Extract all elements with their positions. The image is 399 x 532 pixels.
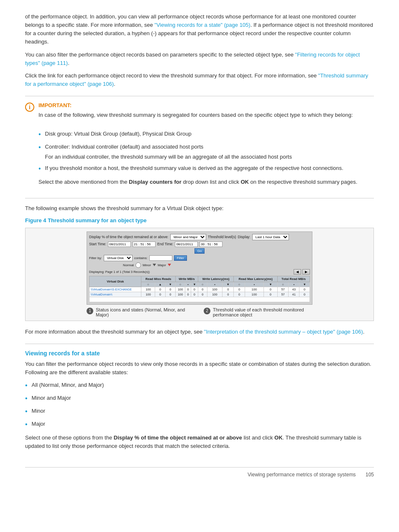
- link-viewing-records[interactable]: "Viewing records for a state" (page 105): [154, 22, 250, 28]
- mini-end-input[interactable]: [175, 242, 198, 247]
- state-para2: Select one of these options from the Dis…: [25, 434, 374, 450]
- mini-filter-select[interactable]: Virtual Disk: [104, 255, 133, 261]
- mini-table-header-row: Virtual Disk Read Miss Reads Write MB/s …: [90, 276, 310, 282]
- mini-sub-tri6: ▼: [299, 282, 310, 287]
- section-heading-state: Viewing records for a state: [25, 350, 374, 357]
- mini-checkbox-row: Normal Minor Major: [89, 262, 310, 268]
- mini-toolbar-row1: Display % of time the object remained at…: [89, 234, 310, 240]
- state-para1: You can filter the performance object re…: [25, 360, 374, 377]
- mini-sub-circle5: ○: [278, 282, 289, 287]
- important-intro: In case of the following, view threshold…: [38, 111, 374, 119]
- interp-para: For more information about the threshold…: [25, 328, 374, 336]
- mini-col-disk: Virtual Disk: [90, 276, 141, 287]
- mini-col-write-lat: Write Latency(ms): [198, 276, 234, 282]
- callout-item-2: 2 Threshold value of each threshold moni…: [204, 307, 312, 317]
- important-block: i IMPORTANT: In case of the following, v…: [25, 102, 374, 190]
- mini-end-time-input[interactable]: [200, 242, 223, 247]
- important-title: IMPORTANT:: [38, 102, 374, 108]
- mini-sub-circle3: ○: [198, 282, 207, 287]
- mini-sub-tri1: ▲: [155, 282, 165, 287]
- mini-col-read-max: Read Max Latency(ms): [234, 276, 278, 282]
- mini-table-row-1: \\VirtualDomain\\S-EXCHANGE 10000 10000 …: [90, 287, 310, 292]
- bullet-item-2: Controller: Individual controller (defau…: [38, 143, 374, 161]
- mini-filter-label: Filter by:: [89, 256, 102, 260]
- mini-label-display: Display % of time the object remained at…: [89, 235, 169, 239]
- mini-next-btn[interactable]: ▶: [302, 269, 310, 275]
- important-icon: i: [25, 103, 34, 112]
- mini-sub-circle1: ○: [141, 282, 155, 287]
- mini-table: Virtual Disk Read Miss Reads Write MB/s …: [89, 276, 310, 302]
- footer-page: 105: [366, 472, 374, 478]
- important-bullet-list: Disk group: Virtual Disk Group (default)…: [38, 130, 374, 174]
- mini-pagination-buttons: ◀ ▶: [294, 269, 310, 275]
- para2: You can also filter the performance obje…: [25, 51, 374, 67]
- mini-end-label: End Time:: [157, 242, 173, 246]
- mini-sub-circle2: ○: [175, 282, 185, 287]
- mini-start-label: Start Time:: [89, 242, 106, 246]
- mini-toolbar-row2: Start Time: End Time:: [89, 242, 310, 247]
- callout-text-2: Threshold value of each threshold monito…: [213, 307, 312, 317]
- mini-row2-name: \\VirtualDomain\\: [90, 292, 141, 297]
- mini-sub-dot5: •: [289, 282, 299, 287]
- bullet-item-1: Disk group: Virtual Disk Group (default)…: [38, 130, 374, 139]
- mini-sub-tri4: ▼: [223, 282, 234, 287]
- mini-sub-dot3: •: [207, 282, 223, 287]
- mini-sub-tri2: ▼: [165, 282, 175, 287]
- mini-normal-label: Normal: [123, 263, 134, 267]
- mini-contains-label: contains:: [134, 256, 148, 260]
- mini-displaying-text: Displaying: Page 1 of 1 (Total 3 Records…: [89, 270, 150, 274]
- bullet-item-3: If you threshold monitor a host, the thr…: [38, 164, 374, 174]
- mini-col-total-read: Total Read MB/s: [278, 276, 310, 282]
- mini-sub-circle4: ○: [234, 282, 245, 287]
- divider1: [25, 96, 374, 96]
- mini-minor-icon: [153, 264, 156, 266]
- mini-displaying-row: Displaying: Page 1 of 1 (Total 3 Records…: [89, 269, 310, 275]
- mini-col-read-miss: Read Miss Reads: [141, 276, 175, 282]
- figure-title: Figure 4 Threshold summary for an object…: [25, 217, 374, 224]
- state-bullet-1: All (Normal, Minor, and Major): [25, 381, 374, 391]
- select-para: Select the above mentioned from the Disp…: [38, 178, 374, 186]
- mini-sub-tri5: ▼: [263, 282, 277, 287]
- mini-filter-button[interactable]: Filter: [174, 255, 187, 261]
- divider3: [25, 344, 374, 344]
- mini-major-icon: [168, 264, 171, 266]
- mini-sub-tri3: ▼: [191, 282, 198, 287]
- divider2: [25, 198, 374, 198]
- para3: Click the link for each performance obje…: [25, 72, 374, 88]
- mini-sub-dot4: •: [245, 282, 263, 287]
- state-bullet-3: Minor: [25, 407, 374, 416]
- mini-select-display[interactable]: Last 1 hour Data: [252, 234, 289, 240]
- figure-box: Display % of time the object remained at…: [25, 228, 374, 321]
- callout-row: 1 Status icons and states (Normal, Minor…: [87, 307, 312, 317]
- following-para: The following example shows the threshol…: [25, 204, 374, 213]
- mini-major-label: Major: [158, 263, 166, 267]
- mini-minor-label: Minor: [143, 263, 151, 267]
- mini-table-row-2: \\VirtualDomain\\ 10000 10000 01000 0100…: [90, 292, 310, 297]
- mini-start-input[interactable]: [108, 242, 131, 247]
- mini-prev-btn[interactable]: ◀: [294, 269, 301, 275]
- mini-filter-row: Filter by: Virtual Disk contains: Filter: [89, 255, 310, 261]
- state-bullet-list: All (Normal, Minor, and Major) Minor and…: [25, 381, 374, 429]
- callout-num-1: 1: [87, 308, 93, 314]
- mini-label-threshold: Threshold level(s): [208, 235, 236, 239]
- para1: of the performance object. In addition, …: [25, 13, 374, 46]
- mini-select-state[interactable]: Minor and Major: [170, 234, 206, 240]
- mini-start-time-input[interactable]: [133, 242, 156, 247]
- mini-ui: Display % of time the object remained at…: [87, 231, 312, 305]
- callout-num-2: 2: [204, 308, 210, 314]
- mini-col-write: Write MB/s: [175, 276, 198, 282]
- page-footer: Viewing performance metrics of storage s…: [25, 467, 374, 478]
- page-container: of the performance object. In addition, …: [0, 0, 399, 494]
- mini-spacer: [89, 263, 121, 267]
- bullet2-sub: For an individual controller, the thresh…: [45, 153, 292, 161]
- mini-table-row-3: [90, 297, 310, 302]
- state-bullet-2: Minor and Major: [25, 394, 374, 403]
- important-content: IMPORTANT: In case of the following, vie…: [38, 102, 374, 190]
- callout-text-1: Status icons and states (Normal, Minor, …: [96, 307, 195, 317]
- mini-label-display2: Display:: [238, 235, 251, 239]
- mini-go-button[interactable]: Go: [194, 248, 205, 254]
- link-interpretation[interactable]: "Interpretation of the threshold summary…: [204, 329, 363, 335]
- mini-row1-name: \\VirtualDomain\\S-EXCHANGE: [90, 287, 141, 292]
- mini-normal-radio[interactable]: [136, 262, 141, 268]
- mini-contains-input[interactable]: [149, 255, 172, 261]
